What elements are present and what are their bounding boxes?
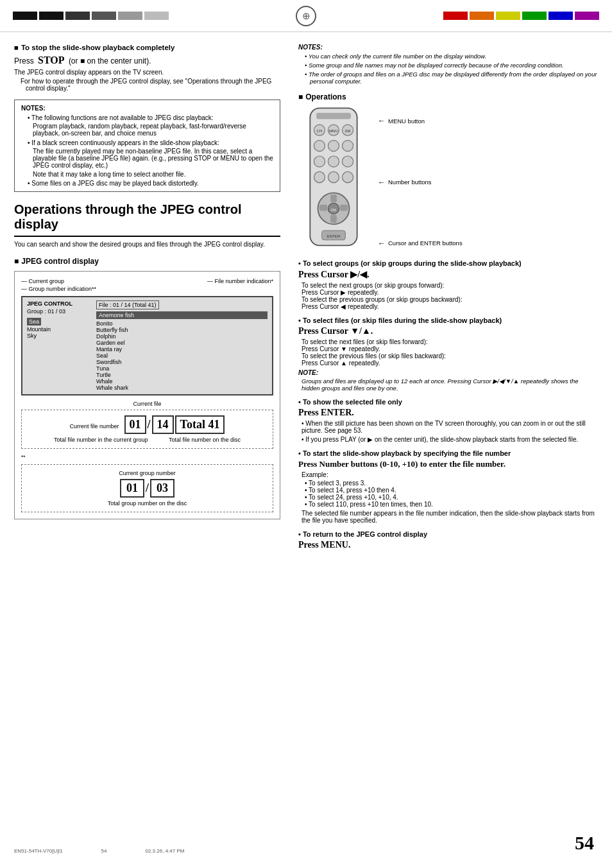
remote-section: CH MNU ZM <box>298 107 598 249</box>
notes-title: NOTES: <box>21 105 273 112</box>
file-num-total-all: Total 41 <box>175 415 225 434</box>
jpeg-screen: JPEG CONTROL Group : 01 / 03 Sea Mountai… <box>21 296 273 395</box>
footer: EN51-54TH-V70[U]l1 54 02.3.26, 4:47 PM <box>14 848 184 854</box>
op-press-4: Press Number buttons (0-10, +10) to ente… <box>298 459 598 469</box>
op-press-2: Press Cursor ▼/▲. <box>298 326 598 336</box>
op-item-4: • To start the slide-show playback by sp… <box>298 449 598 524</box>
label-file-number: — File number indication* <box>207 278 273 292</box>
bar-block-r1 <box>443 12 468 20</box>
svg-point-13 <box>342 156 353 167</box>
bar-block-6 <box>144 12 169 20</box>
op-press-3: Press ENTER. <box>298 408 598 418</box>
label-number-buttons: ← Number buttons <box>378 178 463 187</box>
op-title-2: • To select files (or skip files during … <box>298 317 598 324</box>
screen-group-sky: Sky <box>27 333 91 339</box>
screen-file-dolphin: Dolphin <box>96 333 268 340</box>
right-note-2: • Some group and file names may not be d… <box>305 62 598 69</box>
op-item-2: • To select files (or skip files during … <box>298 317 598 392</box>
main-content: ■ To stop the slide-show playback comple… <box>0 32 612 595</box>
svg-point-9 <box>328 141 339 152</box>
header-bar: ⊕ <box>0 0 612 32</box>
group-number-label: Current group number <box>27 470 268 476</box>
current-file-number-label: Current file number <box>70 423 119 430</box>
screen-file-whale: Whale <box>96 378 268 385</box>
svg-rect-20 <box>319 205 327 211</box>
group-number-section: Current group number 01 / 03 Total group… <box>21 464 273 512</box>
bar-block-r4 <box>522 12 547 20</box>
screen-file-butterfly: Butterfly fish <box>96 327 268 333</box>
header-left-blocks <box>13 12 169 20</box>
screen-file-line: File : 01 / 14 (Total 41) <box>96 300 159 309</box>
jpeg-control-title: ■ JPEG control display <box>14 257 280 266</box>
stop-title: ■ To stop the slide-show playback comple… <box>14 44 280 51</box>
left-column: ■ To stop the slide-show playback comple… <box>14 44 280 557</box>
note-item-1: • The following functions are not availa… <box>28 114 273 121</box>
remote-svg: CH MNU ZM <box>298 107 369 248</box>
op-item-3: • To show the selected file only Press E… <box>298 398 598 443</box>
remote-labels: ← MENU button ← Number buttons ← Cursor … <box>378 107 463 248</box>
right-note-3: • The order of groups and files on a JPE… <box>305 71 598 85</box>
right-column: NOTES: • You can check only the current … <box>298 44 598 557</box>
svg-text:MNU: MNU <box>329 128 338 133</box>
right-notes-title: NOTES: <box>298 44 598 51</box>
svg-text:ENTER: ENTER <box>327 234 341 238</box>
stop-desc1: The JPEG control display appears on the … <box>14 69 280 76</box>
operations-title: ■ Operations <box>298 92 598 101</box>
footer-left: EN51-54TH-V70[U]l1 <box>14 848 63 854</box>
screen-file-tuna: Tuna <box>96 365 268 372</box>
remote-image: CH MNU ZM <box>298 107 369 249</box>
op-title-4: • To start the slide-show playback by sp… <box>298 449 598 457</box>
note-item-5: Note that it may take a long time to sel… <box>33 171 273 178</box>
group-num-current: 01 <box>120 479 144 498</box>
bar-block-4 <box>92 12 116 20</box>
group-total-label: Total group number on the disc <box>27 500 268 507</box>
svg-text:ZM: ZM <box>345 128 351 133</box>
screen-group-mountain: Mountain <box>27 326 91 333</box>
screen-group-sea: Sea <box>27 318 41 326</box>
screen-file-bonito: Bonito <box>96 320 268 327</box>
label-current-group: — Current group <box>21 278 96 284</box>
svg-point-10 <box>342 141 353 152</box>
note-item-2: Program playback, random playback, repea… <box>33 123 273 137</box>
svg-text:OK: OK <box>331 207 337 212</box>
op-item-5: • To return to the JPEG control display … <box>298 530 598 550</box>
label-menu-button: ← MENU button <box>378 116 463 125</box>
bar-block-1 <box>13 12 37 20</box>
bar-block-r6 <box>575 12 599 20</box>
file-num-total-group: 14 <box>152 415 174 434</box>
label-current-file: Current file <box>133 401 161 407</box>
screen-selected-file: Anemone fish <box>96 311 268 319</box>
op-press-5: Press MENU. <box>298 540 598 550</box>
screen-file-seal: Seal <box>96 352 268 359</box>
stop-desc2: For how to operate through the JPEG cont… <box>21 78 280 92</box>
svg-point-11 <box>314 156 325 167</box>
svg-point-12 <box>328 156 339 167</box>
bar-block-3 <box>65 12 90 20</box>
note-item-6: • Some files on a JPEG disc may be playe… <box>28 180 273 187</box>
screen-group-line: Group : 01 / 03 <box>27 308 91 315</box>
screen-file-gardeneel: Garden eel <box>96 340 268 346</box>
stop-section: ■ To stop the slide-show playback comple… <box>14 44 280 92</box>
group-num-total: 03 <box>150 479 174 498</box>
screen-header: JPEG CONTROL <box>27 300 91 307</box>
note-item-4: The file currently played may be non-bas… <box>33 148 273 169</box>
footnote-asterisk: ** <box>21 454 273 460</box>
footer-right: 02.3.26, 4:47 PM <box>146 848 185 854</box>
svg-rect-18 <box>330 195 337 202</box>
op-title-1: • To select groups (or skip groups durin… <box>298 259 598 267</box>
bar-block-2 <box>39 12 64 20</box>
note-item-3: • If a black screen continuously appears… <box>28 139 273 146</box>
file-num-current: 01 <box>124 415 146 434</box>
total-file-group-label: Total file number in the current group <box>54 437 148 443</box>
op-title-3: • To show the selected file only <box>298 398 598 406</box>
svg-point-14 <box>314 171 325 182</box>
op-item-1: • To select groups (or skip groups durin… <box>298 259 598 310</box>
bar-block-r3 <box>496 12 520 20</box>
label-group-number: — Group number indication** <box>21 286 96 292</box>
bar-block-r5 <box>548 12 573 20</box>
file-number-section: Current file number 01 / 14 Total 41 Tot… <box>21 410 273 449</box>
svg-rect-19 <box>330 215 337 223</box>
ops-main-title: Operations through the JPEG control disp… <box>14 202 280 237</box>
screen-file-turtle: Turtle <box>96 372 268 378</box>
stop-key: STOP <box>38 55 65 65</box>
